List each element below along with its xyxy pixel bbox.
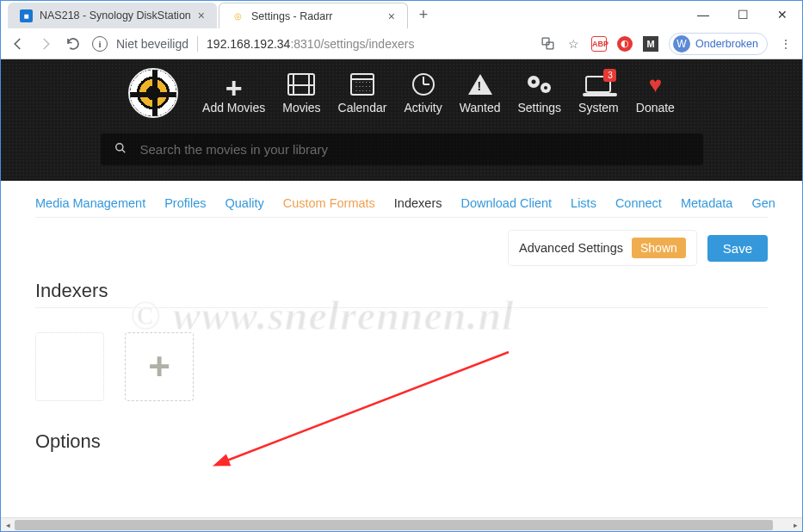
svg-rect-1 bbox=[547, 42, 553, 49]
close-window-button[interactable]: ✕ bbox=[763, 1, 802, 28]
search-input[interactable] bbox=[140, 142, 689, 157]
window-controls: — ☐ ✕ bbox=[683, 1, 802, 28]
film-icon bbox=[287, 71, 315, 97]
tab-download-client[interactable]: Download Client bbox=[460, 196, 552, 210]
profile-label: Onderbroken bbox=[695, 38, 758, 50]
extension-icon[interactable]: ABP bbox=[591, 36, 607, 52]
svg-point-5 bbox=[544, 86, 547, 90]
tab-title: Settings - Radarr bbox=[251, 10, 332, 22]
scroll-left-arrow[interactable]: ◂ bbox=[1, 521, 15, 529]
nav-label: Movies bbox=[282, 101, 320, 114]
browser-tabstrip: ■ NAS218 - Synology DiskStation × ◎ Sett… bbox=[1, 1, 802, 28]
tab-custom-formats[interactable]: Custom Formats bbox=[283, 196, 375, 210]
scrollbar-thumb[interactable] bbox=[15, 520, 773, 530]
app-header: + Add Movies Movies Calendar Activity bbox=[1, 59, 802, 181]
nav-label: Settings bbox=[517, 101, 561, 114]
search-bar[interactable] bbox=[101, 133, 703, 165]
avatar-icon: W bbox=[673, 35, 690, 53]
nav-movies[interactable]: Movies bbox=[282, 71, 320, 114]
calendar-icon bbox=[350, 71, 374, 97]
settings-tabs: Media Management Profiles Quality Custom… bbox=[35, 196, 768, 218]
tab-indexers[interactable]: Indexers bbox=[394, 196, 442, 210]
kebab-menu-icon[interactable]: ⋮ bbox=[778, 36, 794, 52]
new-tab-button[interactable]: + bbox=[411, 3, 435, 27]
nav-label: Donate bbox=[636, 101, 675, 114]
separator bbox=[197, 36, 198, 52]
tab-metadata[interactable]: Metadata bbox=[681, 196, 732, 210]
nav-add-movies[interactable]: + Add Movies bbox=[202, 71, 265, 114]
close-icon[interactable]: × bbox=[388, 9, 395, 23]
save-button[interactable]: Save bbox=[707, 235, 768, 262]
section-heading-options: Options bbox=[35, 430, 768, 453]
site-info-icon[interactable]: i bbox=[92, 36, 108, 52]
favicon-icon: ■ bbox=[20, 9, 33, 22]
scroll-right-arrow[interactable]: ▸ bbox=[788, 521, 802, 529]
nav-label: Wanted bbox=[460, 101, 501, 114]
gears-icon bbox=[525, 71, 554, 97]
indexer-card-placeholder bbox=[35, 332, 104, 401]
extension-icon[interactable]: M bbox=[643, 36, 658, 52]
notification-badge: 3 bbox=[603, 69, 616, 82]
warning-icon bbox=[468, 71, 492, 97]
tab-profiles[interactable]: Profiles bbox=[164, 196, 206, 210]
nav-settings[interactable]: Settings bbox=[517, 71, 561, 114]
section-heading-indexers: Indexers bbox=[35, 280, 768, 308]
nav-system[interactable]: 3 System bbox=[578, 71, 619, 114]
plus-icon: + bbox=[225, 71, 243, 97]
profile-chip[interactable]: W Onderbroken bbox=[669, 33, 768, 55]
maximize-button[interactable]: ☐ bbox=[723, 1, 763, 28]
extension-icon[interactable]: ◐ bbox=[617, 36, 633, 52]
minimize-button[interactable]: — bbox=[683, 1, 723, 28]
tab-media-management[interactable]: Media Management bbox=[35, 196, 145, 210]
nav-label: Calendar bbox=[338, 101, 387, 114]
browser-tab[interactable]: ■ NAS218 - Synology DiskStation × bbox=[8, 3, 217, 28]
search-icon bbox=[114, 142, 127, 157]
svg-point-3 bbox=[531, 80, 535, 84]
app-logo-icon[interactable] bbox=[128, 68, 178, 118]
browser-tab[interactable]: ◎ Settings - Radarr × bbox=[219, 3, 408, 28]
nav-calendar[interactable]: Calendar bbox=[338, 71, 387, 114]
tab-quality[interactable]: Quality bbox=[225, 196, 264, 210]
translate-icon[interactable] bbox=[540, 36, 555, 52]
clock-icon bbox=[412, 71, 435, 97]
plus-icon: + bbox=[148, 348, 170, 386]
close-icon[interactable]: × bbox=[198, 9, 205, 22]
security-label: Niet beveiligd bbox=[116, 37, 188, 51]
url-text: 192.168.192.34:8310/settings/indexers bbox=[207, 37, 414, 51]
nav-label: Activity bbox=[404, 101, 442, 114]
reload-button[interactable] bbox=[65, 35, 82, 53]
tab-lists[interactable]: Lists bbox=[571, 196, 596, 210]
advanced-settings-value: Shown bbox=[632, 238, 686, 258]
svg-point-6 bbox=[115, 144, 122, 151]
laptop-icon: 3 bbox=[585, 71, 611, 97]
nav-donate[interactable]: ♥ Donate bbox=[636, 71, 675, 114]
svg-rect-0 bbox=[542, 38, 549, 45]
add-indexer-button[interactable]: + bbox=[125, 332, 194, 401]
tab-general[interactable]: Gen bbox=[751, 196, 775, 210]
settings-content: Media Management Profiles Quality Custom… bbox=[1, 181, 802, 517]
advanced-settings-label: Advanced Settings bbox=[519, 241, 623, 255]
nav-wanted[interactable]: Wanted bbox=[460, 71, 501, 114]
tab-title: NAS218 - Synology DiskStation bbox=[40, 9, 191, 22]
favicon-icon: ◎ bbox=[232, 9, 244, 22]
browser-toolbar: i Niet beveiligd 192.168.192.34:8310/set… bbox=[1, 28, 802, 59]
bookmark-star-icon[interactable]: ☆ bbox=[565, 36, 581, 52]
advanced-settings-toggle[interactable]: Advanced Settings Shown bbox=[508, 230, 697, 266]
nav-label: System bbox=[578, 101, 619, 114]
heart-icon: ♥ bbox=[649, 71, 662, 97]
address-bar[interactable]: i Niet beveiligd 192.168.192.34:8310/set… bbox=[92, 36, 529, 52]
nav-activity[interactable]: Activity bbox=[404, 71, 442, 114]
tab-connect[interactable]: Connect bbox=[615, 196, 662, 210]
horizontal-scrollbar[interactable]: ◂ ▸ bbox=[1, 517, 802, 531]
forward-button[interactable] bbox=[37, 35, 54, 53]
back-button[interactable] bbox=[9, 35, 27, 53]
